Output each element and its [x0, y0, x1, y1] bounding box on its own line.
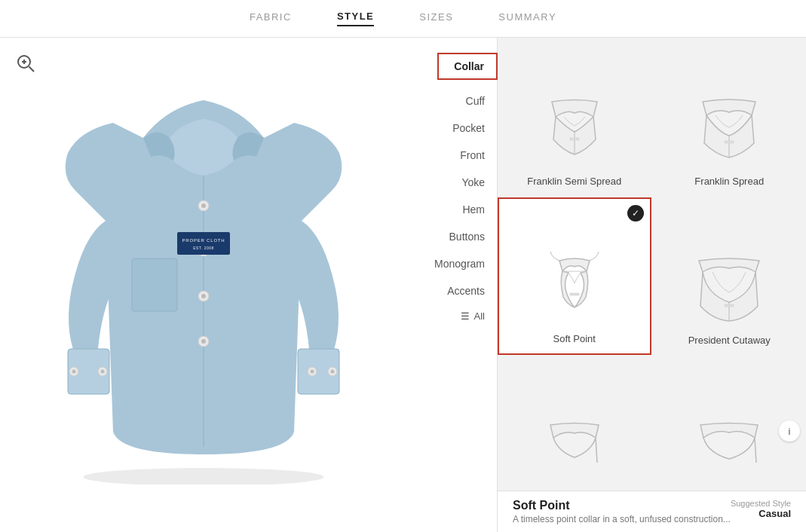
tab-style[interactable]: STYLE: [337, 11, 374, 26]
collar-option-label: President Cutaway: [688, 335, 771, 346]
collar-option-label: Franklin Semi Spread: [527, 176, 621, 187]
collar-illustration: [691, 94, 767, 170]
collar-illustration: [537, 94, 612, 170]
tab-summary[interactable]: SUMMARY: [498, 11, 556, 26]
suggested-style-label: Suggested Style: [731, 499, 791, 508]
tab-sizes[interactable]: SIZES: [419, 11, 453, 26]
selected-collar-description: A timeless point collar in a soft, unfus…: [513, 514, 731, 524]
collar-option-franklin-spread[interactable]: Franklin Spread: [653, 38, 807, 196]
sidebar-item-monogram[interactable]: Monogram: [407, 250, 497, 277]
svg-point-17: [72, 370, 76, 374]
svg-point-11: [201, 294, 206, 298]
collar-illustration: [537, 252, 612, 327]
svg-line-1: [29, 67, 35, 72]
sidebar-item-cuff[interactable]: Cuff: [407, 87, 497, 115]
sidebar-item-hem[interactable]: Hem: [407, 196, 497, 223]
collar-illustration: [537, 406, 612, 482]
collar-option-label: Soft Point: [553, 333, 596, 344]
collar-option-franklin-semi-spread[interactable]: Franklin Semi Spread: [498, 38, 651, 196]
tab-fabric[interactable]: FABRIC: [250, 11, 292, 26]
collar-illustration: [691, 406, 767, 482]
sidebar-item-buttons[interactable]: Buttons: [407, 223, 497, 250]
svg-point-4: [83, 468, 324, 485]
sidebar-all-label: All: [474, 310, 485, 322]
collar-grid: Franklin Semi Spread Franklin Spread ✓: [498, 38, 806, 491]
top-navigation: FABRIC STYLE SIZES SUMMARY: [0, 0, 806, 38]
shirt-preview-panel: PROPER CLOTH EST. 2008: [0, 38, 407, 532]
info-icon[interactable]: i: [779, 420, 800, 442]
svg-rect-14: [132, 258, 177, 311]
svg-rect-35: [725, 304, 734, 307]
svg-rect-31: [725, 141, 734, 143]
collar-option-president-cutaway[interactable]: President Cutaway: [653, 197, 807, 356]
collar-illustration: [691, 253, 767, 329]
svg-point-13: [201, 339, 206, 344]
style-sidebar: Collar Cuff Pocket Front Yoke Hem Button…: [407, 38, 498, 532]
main-layout: PROPER CLOTH EST. 2008 Collar Cuff Pocke…: [0, 38, 806, 532]
svg-text:PROPER CLOTH: PROPER CLOTH: [182, 238, 225, 243]
svg-rect-29: [570, 138, 579, 140]
collar-options-panel: Franklin Semi Spread Franklin Spread ✓: [498, 38, 806, 532]
menu-icon: ☰: [461, 310, 470, 322]
svg-point-19: [101, 370, 105, 374]
svg-point-24: [331, 370, 335, 374]
collar-detail-info: Soft Point A timeless point collar in a …: [498, 491, 806, 532]
svg-rect-33: [570, 293, 579, 295]
sidebar-item-accents[interactable]: Accents: [407, 277, 497, 304]
sidebar-item-front[interactable]: Front: [407, 142, 497, 169]
svg-point-22: [311, 370, 314, 374]
collar-option-soft-point[interactable]: ✓ Soft Po: [498, 197, 651, 356]
svg-text:EST. 2008: EST. 2008: [193, 246, 214, 250]
sidebar-item-yoke[interactable]: Yoke: [407, 169, 497, 196]
selected-check-icon: ✓: [627, 205, 644, 222]
selected-collar-name: Soft Point: [513, 499, 731, 512]
zoom-icon[interactable]: [15, 53, 38, 75]
svg-point-7: [201, 203, 206, 208]
shirt-illustration: PROPER CLOTH EST. 2008: [45, 85, 362, 485]
svg-rect-25: [177, 232, 230, 255]
collar-option-5[interactable]: [498, 356, 651, 491]
suggested-style-value: Casual: [731, 508, 791, 519]
sidebar-item-pocket[interactable]: Pocket: [407, 115, 497, 142]
sidebar-all[interactable]: ☰ All: [407, 310, 497, 322]
sidebar-item-collar[interactable]: Collar: [437, 53, 498, 80]
collar-option-label: Franklin Spread: [694, 176, 764, 187]
